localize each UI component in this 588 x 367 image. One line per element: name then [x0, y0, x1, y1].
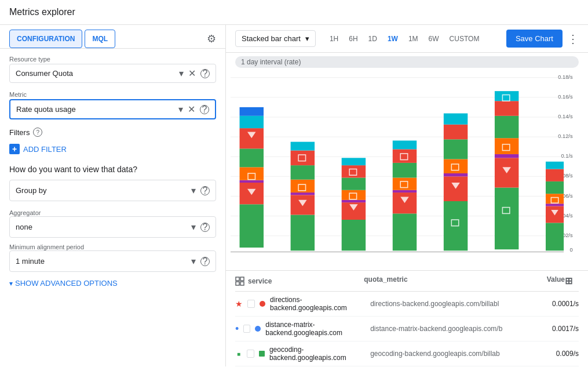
legend-table: service quota_metric Value ⊞ ★ direction… — [226, 270, 588, 366]
row2-checkbox[interactable] — [243, 325, 250, 333]
add-filter-label: ADD FILTER — [23, 145, 67, 154]
more-options-icon[interactable]: ⋮ — [567, 32, 579, 46]
legend-row: ■ geocoding-backend.googleapis.com geoco… — [235, 341, 579, 366]
svg-text:Jan 4: Jan 4 — [494, 256, 507, 257]
resource-type-help-icon[interactable]: ? — [200, 69, 210, 78]
tab-configuration[interactable]: CONFIGURATION — [9, 30, 82, 48]
row3-value: 0.009/s — [532, 350, 579, 358]
svg-rect-35 — [291, 165, 315, 180]
svg-rect-22 — [240, 180, 264, 183]
filters-label: Filters — [9, 128, 30, 137]
chart-type-chevron: ▾ — [305, 34, 309, 43]
row3-dot — [259, 351, 265, 357]
svg-rect-64 — [444, 159, 468, 173]
aggregator-dropdown-icon[interactable]: ▾ — [191, 221, 196, 232]
time-btn-1d[interactable]: 1D — [364, 31, 382, 46]
plus-icon: + — [9, 144, 20, 154]
chart-type-selector[interactable]: Stacked bar chart ▾ — [235, 30, 316, 47]
aggregator-field[interactable]: none ▾ ? — [9, 216, 216, 238]
svg-rect-67 — [444, 114, 468, 125]
chart-toolbar: Stacked bar chart ▾ 1H 6H 1D 1W 1M 6W CU… — [226, 25, 588, 53]
row1-checkbox[interactable] — [247, 300, 255, 308]
metric-dropdown-icon[interactable]: ▾ — [178, 104, 183, 115]
aggregator-value: none — [16, 223, 191, 231]
min-align-help-icon[interactable]: ? — [200, 257, 210, 266]
svg-text:0.1/s: 0.1/s — [561, 152, 572, 159]
filters-section: Filters ? + ADD FILTER — [9, 128, 216, 157]
add-filter-button[interactable]: + ADD FILTER — [9, 141, 216, 157]
view-section-title: How do you want to view that data? — [9, 165, 216, 174]
time-btn-custom[interactable]: CUSTOM — [445, 31, 484, 46]
svg-rect-26 — [240, 116, 264, 128]
legend-row: ★ directions-backend.googleapis.com dire… — [235, 292, 579, 317]
metric-help-icon[interactable]: ? — [200, 105, 209, 114]
svg-rect-45 — [342, 177, 366, 190]
svg-rect-66 — [444, 125, 468, 140]
group-by-group: Group by ▾ ? — [9, 180, 216, 201]
svg-rect-88 — [546, 162, 564, 169]
metric-group: Metric Rate quota usage ▾ ✕ ? — [9, 91, 216, 119]
row1-dot — [260, 301, 265, 307]
service-grid-icon[interactable] — [235, 277, 244, 286]
resource-type-clear-icon[interactable]: ✕ — [188, 68, 196, 79]
svg-rect-86 — [546, 181, 564, 194]
svg-rect-71 — [495, 188, 518, 250]
row1-service: directions-backend.googleapis.com — [270, 296, 370, 312]
svg-text:0: 0 — [569, 246, 572, 253]
svg-rect-37 — [291, 142, 315, 151]
row3-checkbox[interactable] — [247, 350, 254, 358]
group-by-field[interactable]: Group by ▾ ? — [9, 180, 216, 201]
svg-rect-27 — [240, 107, 264, 116]
min-align-dropdown-icon[interactable]: ▾ — [191, 256, 196, 267]
svg-rect-84 — [546, 204, 564, 206]
svg-rect-99 — [236, 277, 239, 281]
group-by-dropdown-icon[interactable]: ▾ — [191, 185, 196, 196]
chart-container: 0.18/s 0.16/s 0.14/s 0.12/s 0.1/s 0.08/s… — [231, 71, 579, 257]
time-btn-6h[interactable]: 6H — [344, 31, 362, 46]
resource-type-group: Resource type Consumer Quota ▾ ✕ ? — [9, 56, 216, 83]
svg-rect-46 — [342, 165, 366, 177]
min-align-value: 1 minute — [16, 257, 191, 266]
resource-type-label: Resource type — [9, 56, 216, 63]
time-btn-6w[interactable]: 6W — [424, 31, 444, 46]
chevron-down-icon: ▾ — [9, 279, 13, 288]
legend-col-value: Value — [518, 275, 565, 286]
metric-clear-icon[interactable]: ✕ — [188, 104, 195, 115]
legend-grid-icon[interactable]: ⊞ — [565, 276, 572, 286]
row2-quota: distance-matrix-backend.googleapis.com/b — [370, 325, 532, 333]
svg-text:Jan 5: Jan 5 — [545, 256, 558, 257]
save-chart-button[interactable]: Save Chart — [506, 30, 563, 48]
resource-type-field[interactable]: Consumer Quota ▾ ✕ ? — [9, 64, 216, 83]
min-align-field[interactable]: 1 minute ▾ ? — [9, 250, 216, 272]
aggregator-help-icon[interactable]: ? — [200, 223, 210, 232]
svg-rect-53 — [393, 190, 417, 192]
svg-rect-77 — [495, 91, 518, 101]
svg-rect-20 — [240, 204, 264, 248]
metric-value: Rate quota usage — [16, 105, 178, 114]
svg-rect-101 — [236, 282, 239, 285]
time-btn-1h[interactable]: 1H — [325, 31, 343, 46]
filters-help-icon[interactable]: ? — [33, 128, 42, 137]
metric-field[interactable]: Rate quota usage ▾ ✕ ? — [9, 99, 216, 119]
resource-type-dropdown-icon[interactable]: ▾ — [179, 68, 184, 79]
svg-rect-54 — [393, 177, 417, 190]
app-title: Metrics explorer — [9, 7, 75, 17]
svg-rect-25 — [240, 128, 264, 148]
time-btn-1w[interactable]: 1W — [383, 31, 403, 46]
time-btn-1m[interactable]: 1M — [404, 31, 423, 46]
left-panel: CONFIGURATION MQL ⚙ Resource type Consum… — [0, 25, 226, 366]
group-by-help-icon[interactable]: ? — [200, 186, 210, 195]
row1-value: 0.0001/s — [532, 300, 579, 308]
tab-mql[interactable]: MQL — [85, 30, 115, 48]
show-advanced-button[interactable]: ▾ SHOW ADVANCED OPTIONS — [9, 279, 216, 288]
svg-text:Jan 2: Jan 2 — [392, 256, 405, 257]
settings-icon[interactable]: ⚙ — [207, 32, 216, 45]
legend-header: service quota_metric Value ⊞ — [235, 271, 579, 292]
chart-type-label: Stacked bar chart — [242, 34, 301, 43]
svg-rect-41 — [342, 220, 366, 250]
right-panel: Stacked bar chart ▾ 1H 6H 1D 1W 1M 6W CU… — [226, 25, 588, 366]
legend-col-service: service — [235, 275, 364, 286]
svg-rect-57 — [393, 140, 417, 149]
row3-quota: geocoding-backend.googleapis.com/billab — [370, 350, 532, 358]
svg-rect-85 — [546, 194, 564, 204]
